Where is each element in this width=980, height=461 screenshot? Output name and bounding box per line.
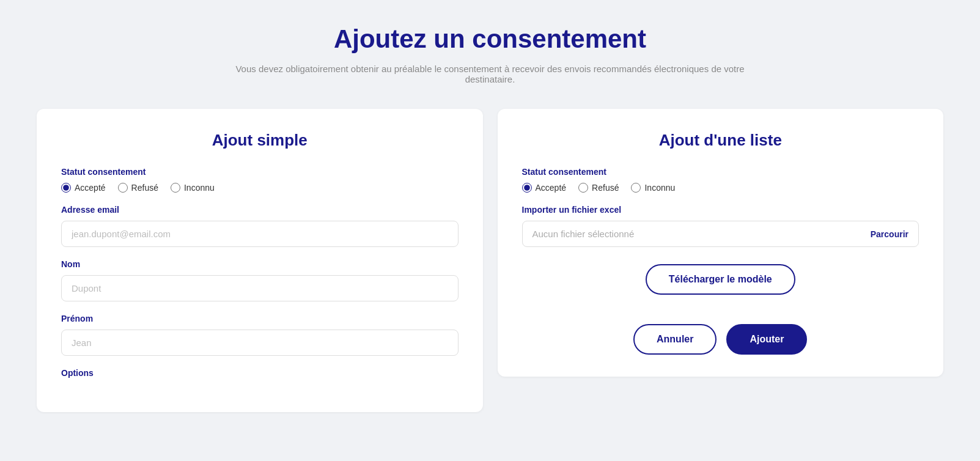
simple-nom-group: Nom <box>61 259 459 301</box>
simple-nom-label: Nom <box>61 259 459 269</box>
simple-radio-refuse[interactable]: Refusé <box>118 183 158 193</box>
simple-prenom-label: Prénom <box>61 314 459 323</box>
liste-radio-refuse-input[interactable] <box>578 183 588 193</box>
simple-options-group: Options <box>61 368 459 378</box>
cancel-button[interactable]: Annuler <box>633 324 717 355</box>
nom-input[interactable] <box>61 275 459 301</box>
simple-radio-refuse-input[interactable] <box>118 183 128 193</box>
browse-button[interactable]: Parcourir <box>871 229 908 239</box>
page-title: Ajoutez un consentement <box>37 24 943 54</box>
page-header: Ajoutez un consentement Vous devez oblig… <box>37 24 943 84</box>
liste-radio-inconnu-input[interactable] <box>631 183 641 193</box>
page-container: Ajoutez un consentement Vous devez oblig… <box>37 24 943 412</box>
liste-radio-group: Accepté Refusé Inconnu <box>522 183 919 193</box>
simple-email-label: Adresse email <box>61 205 459 215</box>
liste-file-group: Importer un fichier excel Aucun fichier … <box>522 205 919 247</box>
liste-radio-accepte-input[interactable] <box>522 183 532 193</box>
file-placeholder-text: Aucun fichier sélectionné <box>532 229 871 239</box>
liste-card: Ajout d'une liste Statut consentement Ac… <box>498 109 944 377</box>
liste-radio-refuse-label: Refusé <box>592 183 619 193</box>
simple-radio-group: Accepté Refusé Inconnu <box>61 183 459 193</box>
simple-email-group: Adresse email <box>61 205 459 247</box>
page-subtitle: Vous devez obligatoirement obtenir au pr… <box>215 64 765 84</box>
liste-statut-label: Statut consentement <box>522 167 919 177</box>
prenom-input[interactable] <box>61 330 459 356</box>
liste-radio-inconnu[interactable]: Inconnu <box>631 183 675 193</box>
simple-radio-accepte[interactable]: Accepté <box>61 183 106 193</box>
simple-radio-inconnu[interactable]: Inconnu <box>171 183 215 193</box>
simple-options-label: Options <box>61 368 459 378</box>
liste-card-title: Ajout d'une liste <box>522 131 919 150</box>
liste-statut-group: Statut consentement Accepté Refusé Incon… <box>522 167 919 193</box>
simple-prenom-group: Prénom <box>61 314 459 356</box>
action-buttons: Annuler Ajouter <box>522 324 919 355</box>
file-input-row: Aucun fichier sélectionné Parcourir <box>522 221 919 247</box>
simple-radio-inconnu-label: Inconnu <box>184 183 215 193</box>
email-input[interactable] <box>61 221 459 247</box>
simple-card-title: Ajout simple <box>61 131 459 150</box>
cards-container: Ajout simple Statut consentement Accepté… <box>37 109 943 412</box>
liste-importer-label: Importer un fichier excel <box>522 205 919 215</box>
liste-radio-accepte[interactable]: Accepté <box>522 183 567 193</box>
simple-radio-accepte-label: Accepté <box>75 183 106 193</box>
simple-statut-label: Statut consentement <box>61 167 459 177</box>
simple-radio-inconnu-input[interactable] <box>171 183 180 193</box>
simple-radio-accepte-input[interactable] <box>61 183 71 193</box>
simple-radio-refuse-label: Refusé <box>131 183 158 193</box>
liste-radio-accepte-label: Accepté <box>536 183 567 193</box>
liste-radio-refuse[interactable]: Refusé <box>578 183 619 193</box>
simple-statut-group: Statut consentement Accepté Refusé Incon… <box>61 167 459 193</box>
simple-card: Ajout simple Statut consentement Accepté… <box>37 109 483 412</box>
download-model-button[interactable]: Télécharger le modèle <box>646 264 795 295</box>
add-button[interactable]: Ajouter <box>726 324 807 355</box>
liste-radio-inconnu-label: Inconnu <box>644 183 675 193</box>
